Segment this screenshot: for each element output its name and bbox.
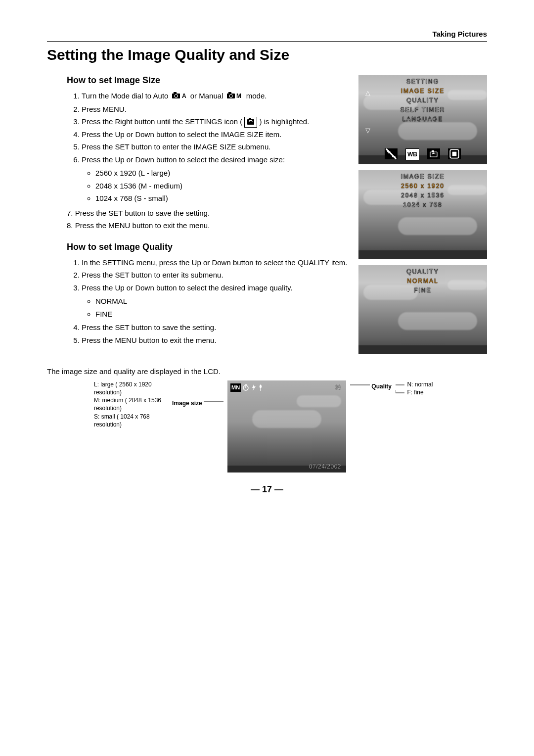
menu-item: 2560 x 1920 (358, 183, 487, 189)
quality-option: NORMAL (95, 295, 350, 308)
step-text: or Manual (190, 92, 225, 100)
hud-date: 07/24/2002 (309, 463, 341, 471)
menu-title: QUALITY (358, 268, 487, 275)
step: Press MENU. (82, 103, 350, 116)
screenshot-column: △ ▽ SETTING IMAGE SIZE QUALITY SELF TIME… (358, 75, 487, 354)
section-heading-image-quality: How to set Image Quality (67, 242, 350, 252)
menu-item: NORMAL (358, 278, 487, 284)
camera-manual-icon: M (226, 90, 243, 103)
hud-size-badge: MN (230, 383, 241, 392)
step: In the SETTING menu, press the Up or Dow… (82, 256, 350, 269)
svg-text:M: M (236, 93, 241, 99)
section-heading-image-size: How to set Image Size (67, 75, 350, 86)
steps-image-quality: In the SETTING menu, press the Up or Dow… (67, 256, 350, 347)
memory-icon (448, 148, 461, 159)
svg-text:+: + (387, 148, 391, 155)
lcd-live-view: MN 38 07/24/2002 (227, 380, 346, 472)
footnote: The image size and quality are displayed… (47, 366, 487, 378)
lcd-quality-menu: QUALITY NORMAL FINE (358, 265, 487, 354)
svg-rect-5 (228, 92, 231, 94)
label-small: S: small ( 1024 x 768 resolution) (94, 413, 168, 428)
step: Press the MENU button to exit the menu. (82, 334, 350, 347)
quality-option: FINE (95, 308, 350, 321)
callout-image-size: Image size (172, 400, 202, 407)
hud-diagram: L: large ( 2560 x 1920 resolution) M: me… (47, 380, 487, 472)
flash-icon (251, 383, 257, 391)
step: 8. Press the MENU button to exit the men… (67, 219, 350, 232)
size-option: 2560 x 1920 (L - large) (95, 167, 350, 180)
step: Press the Up or Down button to select th… (82, 128, 350, 141)
camera-auto-icon: A (172, 90, 187, 103)
step: Press the SET button to save the setting… (82, 321, 350, 334)
callout-quality: Quality (371, 383, 392, 390)
breadcrumb: Taking Pictures (47, 30, 487, 38)
label-normal: N: normal (407, 381, 433, 388)
down-arrow-icon: ▽ (365, 127, 370, 134)
svg-rect-15 (452, 152, 457, 156)
divider (47, 41, 487, 42)
settings-icon (244, 117, 257, 128)
step-text: Turn the Mode dial to Auto (82, 92, 171, 100)
step: Press the SET button to enter the IMAGE … (82, 141, 350, 153)
menu-item: FINE (358, 287, 487, 294)
menu-title: IMAGE SIZE (358, 173, 487, 180)
step: 7. Press the SET button to save the sett… (67, 207, 350, 220)
step-text: mode. (246, 92, 267, 100)
label-fine: F: fine (407, 389, 423, 396)
svg-text:−: − (392, 153, 396, 160)
menu-item: SELF TIMER (358, 106, 487, 113)
menu-item: QUALITY (358, 97, 487, 104)
size-option: 1024 x 768 (S - small) (95, 192, 350, 205)
macro-icon (258, 383, 264, 391)
exposure-icon: +− (385, 148, 398, 159)
main-column: How to set Image Size Turn the Mode dial… (47, 75, 350, 356)
page-number: — 17 — (47, 484, 487, 495)
menu-item: IMAGE SIZE (358, 88, 487, 94)
menu-item: 1024 x 768 (358, 201, 487, 208)
svg-rect-9 (249, 118, 251, 120)
white-balance-icon: WB (405, 148, 419, 160)
settings-icon (427, 148, 440, 159)
hud-frames-remaining: 38 (335, 383, 341, 391)
lcd-setting-menu: △ ▽ SETTING IMAGE SIZE QUALITY SELF TIME… (358, 75, 487, 164)
label-medium: M: medium ( 2048 x 1536 resolution) (94, 396, 168, 412)
step-text: Press the Up or Down button to select th… (82, 155, 285, 164)
svg-rect-1 (174, 92, 177, 94)
menu-item: 2048 x 1536 (358, 192, 487, 199)
svg-rect-13 (432, 150, 434, 152)
menu-title: SETTING (358, 78, 487, 85)
page-title: Setting the Image Quality and Size (47, 47, 487, 63)
label-large: L: large ( 2560 x 1920 resolution) (94, 380, 168, 396)
svg-text:A: A (182, 93, 186, 99)
self-timer-icon (242, 383, 250, 391)
step-text: ) is highlighted. (259, 117, 309, 126)
lcd-image-size-menu: IMAGE SIZE 2560 x 1920 2048 x 1536 1024 … (358, 170, 487, 259)
menu-item: LANGUAGE (358, 116, 487, 123)
size-option: 2048 x 1536 (M - medium) (95, 180, 350, 192)
step-text: Press the Up or Down button to select th… (82, 284, 293, 292)
step-text: Press the Right button until the SETTING… (82, 117, 244, 126)
step: Press the SET button to enter its submen… (82, 269, 350, 282)
steps-image-size: Turn the Mode dial to Auto A or Manual M… (67, 90, 350, 205)
